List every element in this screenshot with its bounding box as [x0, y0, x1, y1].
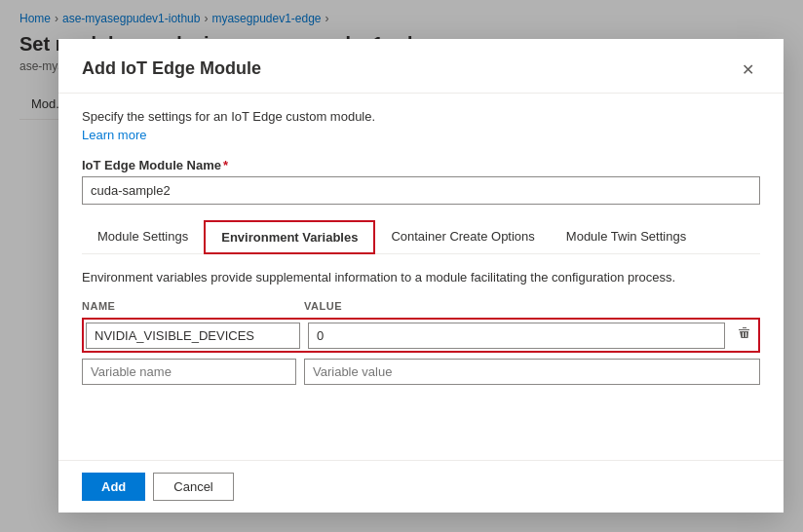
add-iot-edge-module-dialog: Add IoT Edge Module ✕ Specify the settin… [58, 39, 784, 513]
tab-description: Environment variables provide supplement… [82, 270, 760, 285]
env-variable-row-1 [82, 318, 760, 353]
tab-module-settings[interactable]: Module Settings [82, 220, 204, 253]
env-var-value-input-1[interactable] [308, 323, 725, 349]
modal-description: Specify the settings for an IoT Edge cus… [82, 109, 760, 124]
col-header-name: NAME [82, 300, 296, 312]
add-button[interactable]: Add [82, 473, 145, 501]
tab-environment-variables[interactable]: Environment Variables [204, 220, 375, 254]
env-var-name-input-new[interactable] [82, 359, 296, 385]
delete-icon [737, 325, 752, 341]
module-tabs: Module Settings Environment Variables Co… [82, 220, 760, 254]
env-variable-row-new [82, 359, 760, 385]
col-header-value: VALUE [304, 300, 760, 312]
tab-container-create-options[interactable]: Container Create Options [375, 220, 550, 253]
env-variables-table: NAME VALUE [82, 300, 760, 385]
tab-module-twin-settings[interactable]: Module Twin Settings [551, 220, 702, 253]
module-name-input[interactable] [82, 176, 760, 205]
cancel-button[interactable]: Cancel [153, 473, 233, 501]
modal-footer: Add Cancel [58, 460, 784, 513]
learn-more-link[interactable]: Learn more [82, 128, 760, 142]
modal-close-button[interactable]: ✕ [736, 58, 760, 81]
env-var-value-input-new[interactable] [304, 359, 760, 385]
env-var-name-input-1[interactable] [86, 323, 300, 349]
delete-env-var-button-1[interactable] [733, 322, 756, 349]
module-name-label: IoT Edge Module Name* [82, 158, 760, 172]
modal-title: Add IoT Edge Module [82, 58, 261, 79]
